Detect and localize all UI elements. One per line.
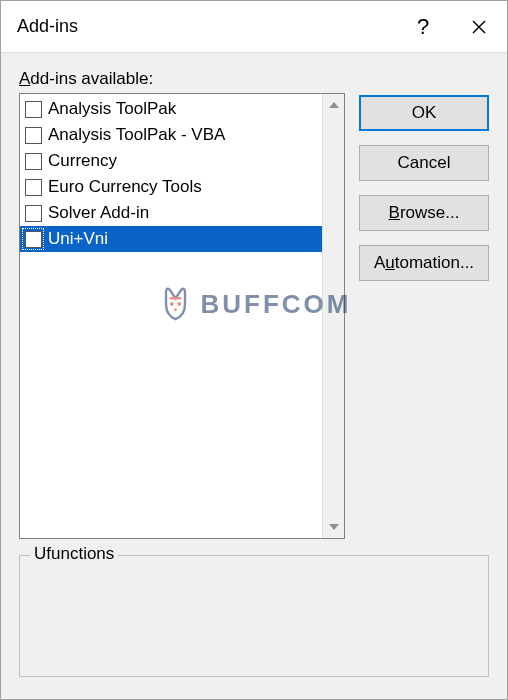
- addins-dialog: Add-ins ? Add-ins available: Analysis To…: [0, 0, 508, 700]
- list-item-label: Analysis ToolPak - VBA: [48, 125, 225, 145]
- dialog-body: Add-ins available: Analysis ToolPak Anal…: [1, 53, 507, 699]
- close-button[interactable]: [451, 1, 507, 53]
- titlebar: Add-ins ?: [1, 1, 507, 53]
- checkbox[interactable]: [25, 231, 42, 248]
- listbox-column: Add-ins available: Analysis ToolPak Anal…: [19, 69, 345, 539]
- list-item-label: Euro Currency Tools: [48, 177, 202, 197]
- list-item[interactable]: Euro Currency Tools: [20, 174, 322, 200]
- description-groupbox: Ufunctions: [19, 555, 489, 677]
- checkbox[interactable]: [25, 101, 42, 118]
- groupbox-label: Ufunctions: [30, 544, 118, 564]
- list-item[interactable]: Analysis ToolPak - VBA: [20, 122, 322, 148]
- list-item-label: Currency: [48, 151, 117, 171]
- list-item-label: Uni+Vni: [48, 229, 108, 249]
- cancel-button[interactable]: Cancel: [359, 145, 489, 181]
- list-item[interactable]: Analysis ToolPak: [20, 96, 322, 122]
- checkbox[interactable]: [25, 179, 42, 196]
- close-icon: [471, 19, 487, 35]
- listbox-items: Analysis ToolPak Analysis ToolPak - VBA …: [20, 94, 322, 538]
- list-item-label: Analysis ToolPak: [48, 99, 176, 119]
- scroll-down-icon[interactable]: [323, 516, 344, 538]
- list-item-label: Solver Add-in: [48, 203, 149, 223]
- list-item[interactable]: Solver Add-in: [20, 200, 322, 226]
- ok-button[interactable]: OK: [359, 95, 489, 131]
- list-item[interactable]: Currency: [20, 148, 322, 174]
- scroll-up-icon[interactable]: [323, 94, 344, 116]
- dialog-title: Add-ins: [17, 16, 395, 37]
- listbox-label: Add-ins available:: [19, 69, 345, 89]
- svg-marker-2: [329, 102, 339, 108]
- help-button[interactable]: ?: [395, 1, 451, 53]
- upper-section: Add-ins available: Analysis ToolPak Anal…: [19, 69, 489, 539]
- scrollbar[interactable]: [322, 94, 344, 538]
- button-column: OK Cancel Browse... Automation...: [345, 69, 489, 539]
- list-item[interactable]: Uni+Vni: [20, 226, 322, 252]
- automation-button[interactable]: Automation...: [359, 245, 489, 281]
- checkbox[interactable]: [25, 205, 42, 222]
- checkbox[interactable]: [25, 153, 42, 170]
- addins-listbox[interactable]: Analysis ToolPak Analysis ToolPak - VBA …: [19, 93, 345, 539]
- browse-button[interactable]: Browse...: [359, 195, 489, 231]
- checkbox[interactable]: [25, 127, 42, 144]
- svg-marker-3: [329, 524, 339, 530]
